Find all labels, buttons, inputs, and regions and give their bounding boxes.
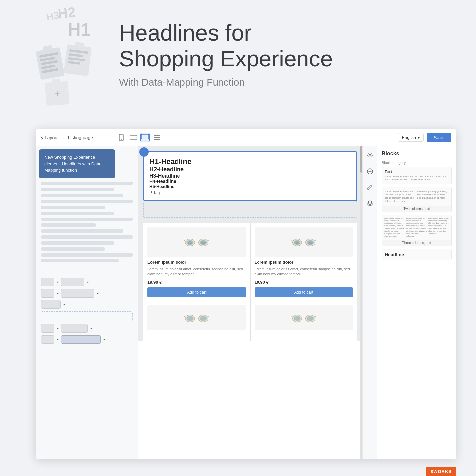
chevron-icon: ▾ [57,327,59,330]
three-col-text-1: Lorem ipsum dolor sit amet, consetetur s… [384,217,405,238]
mobile-device-icon[interactable] [117,133,126,142]
chevron-icon: ▾ [57,338,59,341]
svg-rect-8 [154,137,160,138]
col1-text: dolore magna aliquyam erat, sed diam vol… [385,190,416,203]
ctrl-row: ▾ ▾ [41,335,133,344]
headline-preview: Headline [382,249,451,260]
top-bar: y Layout › Listing page English [36,129,456,146]
layers-tool-icon[interactable] [365,198,375,208]
tooltip-text: New Shopping Experience element: Headlin… [44,155,101,173]
two-col-label: Two columns, text [382,206,451,212]
sidebar-lines [36,176,138,268]
two-col-block-item[interactable]: dolore magna aliquyam erat, sed diam vol… [382,187,452,212]
desktop-device-icon[interactable] [140,133,150,142]
svg-point-41 [307,316,314,321]
chevron-icon: ▾ [57,280,59,284]
block-category-label: Block category [382,161,452,165]
top-bar-right: English ▾ Save [398,133,451,142]
text-label: Text [385,170,449,174]
sidebar-line [41,194,123,197]
h2-headline: H2-Headline [149,166,351,173]
two-col-preview: dolore magna aliquyam erat, sed diam vol… [382,187,451,206]
lang-label: English [402,135,416,140]
language-select[interactable]: English ▾ [398,133,424,142]
svg-point-26 [295,241,299,245]
chevron-icon: ▾ [57,292,59,295]
save-button[interactable]: Save [427,133,451,142]
sidebar-tools [362,146,377,459]
three-col-text-3: Lorem ipsu dolor sit am consetetur sadip… [428,217,449,238]
headline-block-item[interactable]: Headline [382,249,452,260]
settings-tool-icon[interactable] [365,150,375,161]
two-col-content: dolore magna aliquyam erat, sed diam vol… [385,190,449,203]
product-price: 19,90 € [255,280,353,285]
add-tool-icon[interactable] [365,166,375,177]
right-sidebar: Blocks Block category Text dolore magna … [377,146,456,459]
three-col-block-item[interactable]: Lorem ipsum dolor sit amet, consetetur s… [382,215,452,246]
clipboard-icon-2 [64,44,92,76]
svg-line-22 [291,240,293,241]
text-block-item[interactable]: Text dolore magna aliquyam erat, sed dia… [382,167,452,184]
chevron-icon: ▾ [63,303,65,306]
headline-preview-text: Headline [385,252,449,257]
ctrl-element [41,289,54,298]
chevron-down-icon: ▾ [418,135,420,140]
ctrl-element [41,335,54,344]
svg-point-18 [201,241,206,245]
headline-block[interactable]: + H1-Headline H2-Headline H3-Headline H4… [143,151,357,201]
svg-line-39 [315,316,317,317]
device-icons [117,133,162,142]
svg-point-17 [188,241,192,245]
product-grid: Lorem Ipsum dolor Lorem ipsum dolor sit … [143,223,357,341]
product-image [147,227,246,257]
product-image [255,227,353,257]
scroll-thumb[interactable] [360,146,362,173]
svg-line-23 [315,240,317,241]
edit-tool-icon[interactable] [365,182,375,192]
product-card: Lorem Ipsum dolor Lorem ipsum dolor sit … [251,223,357,301]
ctrl-element [61,278,84,286]
sidebar-line [41,253,133,257]
add-element-button[interactable]: + [139,147,149,157]
h1-headline: H1-Headline [149,157,351,166]
sidebar-line [41,235,133,239]
main-title: Headlines for Shopping Experience [119,20,443,71]
blocks-panel-title: Blocks [382,151,452,157]
h5-headline: H5-Headline [149,184,351,189]
main-content: New Shopping Experience element: Headlin… [36,146,456,459]
add-to-cart-button[interactable]: Add to cart [147,287,246,297]
clipboard-icon-1 [36,47,65,80]
center-canvas: + H1-Headline H2-Headline H3-Headline H4… [138,146,362,341]
left-sidebar: New Shopping Experience element: Headlin… [36,146,138,459]
sidebar-line [41,188,114,191]
ctrl-element [61,324,88,333]
tablet-device-icon[interactable] [129,133,138,142]
sidebar-line [41,241,114,245]
main-subtitle: With Data-Mapping Function [119,77,443,88]
svg-point-40 [294,316,300,321]
ctrl-element [41,300,61,309]
sidebar-line [41,206,105,209]
product-card [143,301,250,341]
add-to-cart-button[interactable]: Add to cart [255,287,353,297]
app-window: y Layout › Listing page English [36,129,456,459]
ctrl-row: ▾ [41,300,133,309]
ctrl-element [41,324,54,333]
ctrl-element [61,289,94,298]
sidebar-line [41,212,114,215]
svg-line-13 [183,240,185,241]
product-card: Lorem Ipsum dolor Lorem ipsum dolor sit … [143,223,250,301]
scroll-indicator[interactable] [360,146,362,459]
chevron-icon: ▾ [103,338,105,341]
product-card [251,301,357,341]
list-device-icon[interactable] [152,133,162,142]
sidebar-line [41,247,105,251]
sidebar-line [41,229,123,233]
ctrl-row: ▾ ▾ [41,324,133,333]
svg-point-3 [136,137,137,138]
ctrl-element [41,278,54,286]
ctrl-row: ▾ ▾ [41,289,133,298]
top-bar-left: y Layout › Listing page [41,133,398,142]
nav-label-layout: y Layout [41,135,59,140]
col2-text: dolore magna aliquyam erat, sed diam vol… [417,190,449,203]
